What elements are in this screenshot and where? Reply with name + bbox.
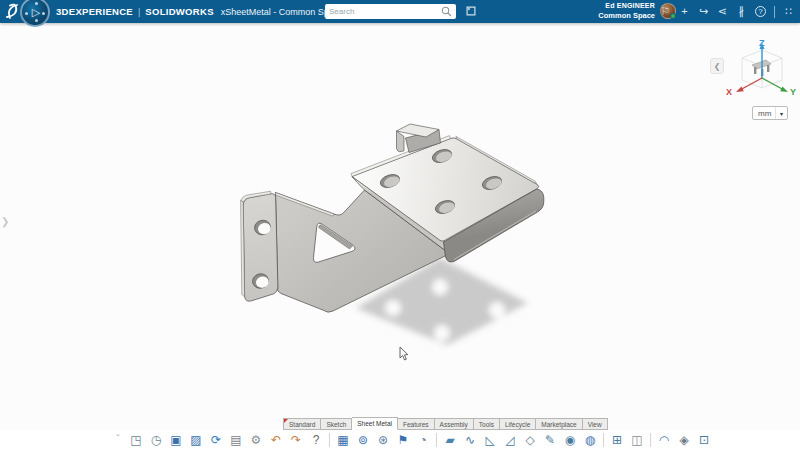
- toolbar: ⌄ ◳◷▣▨⟳▤⚙↶↷?▦⊚⊛⚑◔▰∿◺◿◇✎◉◍⊞◫◠◈⊡: [0, 430, 800, 450]
- search-icon[interactable]: [441, 6, 452, 17]
- header-actions: ⚐+↪⋖∦?∷: [660, 0, 794, 23]
- user-block[interactable]: Ed ENGINEER Common Space: [598, 2, 655, 20]
- properties-icon[interactable]: ▤: [226, 431, 246, 449]
- collaborate-tool-icon[interactable]: ⊚: [353, 431, 373, 449]
- search-bar[interactable]: [325, 4, 456, 19]
- pattern-icon[interactable]: ⊞: [607, 431, 627, 449]
- play-icon: ▷: [32, 7, 40, 18]
- forming-tool-icon[interactable]: ✎: [540, 431, 560, 449]
- revisions-icon[interactable]: ◔: [413, 431, 433, 449]
- publish-icon[interactable]: ⚑: [393, 431, 413, 449]
- toolbar-group-divider: [603, 433, 604, 447]
- user-name: Ed ENGINEER: [598, 2, 655, 11]
- notifications-icon[interactable]: ⚐: [660, 6, 671, 17]
- tab-marketplace[interactable]: Marketplace: [536, 418, 582, 430]
- part-history-icon[interactable]: ◷: [146, 431, 166, 449]
- triad-x-label: X: [726, 87, 732, 97]
- tab-tools[interactable]: Tools: [474, 418, 500, 430]
- tab-sheet-metal[interactable]: Sheet Metal: [352, 417, 398, 430]
- collaborate-icon[interactable]: ⋖: [717, 6, 728, 17]
- assistant-icon[interactable]: ∦: [736, 6, 747, 17]
- view-triad[interactable]: Z X Y: [718, 38, 800, 102]
- unfold-icon[interactable]: ⊡: [694, 431, 714, 449]
- toolbar-group-divider: [329, 433, 330, 447]
- toolbar-items: ◳◷▣▨⟳▤⚙↶↷?▦⊚⊛⚑◔▰∿◺◿◇✎◉◍⊞◫◠◈⊡: [126, 431, 714, 449]
- dassault-logo-icon: [3, 2, 21, 20]
- save-icon[interactable]: ▣: [166, 431, 186, 449]
- triad-y-label: Y: [790, 87, 796, 97]
- units-dropdown[interactable]: mm ▾: [752, 106, 788, 120]
- tab-view[interactable]: View: [583, 418, 608, 430]
- ribbon-tabs: StandardSketchSheet MetalFeaturesAssembl…: [283, 417, 608, 430]
- bom-icon[interactable]: ▦: [333, 431, 353, 449]
- update-icon[interactable]: ⟳: [206, 431, 226, 449]
- flatten-icon[interactable]: ◈: [674, 431, 694, 449]
- tab-assembly[interactable]: Assembly: [435, 418, 474, 430]
- model-viewport[interactable]: [225, 110, 555, 365]
- header-divider: [774, 6, 775, 18]
- hem-icon[interactable]: ◇: [520, 431, 540, 449]
- part-left-flange[interactable]: [241, 191, 278, 301]
- mirror-icon[interactable]: ◫: [627, 431, 647, 449]
- tab-lifecycle[interactable]: Lifecycle: [500, 418, 536, 430]
- save-as-icon[interactable]: ▨: [186, 431, 206, 449]
- tag-icon[interactable]: [464, 4, 478, 18]
- undo-icon[interactable]: ↶: [266, 431, 286, 449]
- settings-icon[interactable]: ⚙: [246, 431, 266, 449]
- brand-solidworks: SOLIDWORKS: [145, 6, 213, 17]
- rolled-icon[interactable]: ◍: [580, 431, 600, 449]
- collapse-panel-right-button[interactable]: ❮: [710, 58, 724, 74]
- units-caret-icon: ▾: [775, 107, 787, 119]
- tab-features[interactable]: Features: [398, 418, 435, 430]
- toolbar-overflow-icon[interactable]: ⌄: [115, 430, 121, 438]
- configuration-icon[interactable]: ⊛: [373, 431, 393, 449]
- base-flange-icon[interactable]: ▰: [440, 431, 460, 449]
- swept-flange-icon[interactable]: ◠: [654, 431, 674, 449]
- tab-sketch[interactable]: Sketch: [321, 418, 352, 430]
- sketched-bend-icon[interactable]: ◿: [500, 431, 520, 449]
- mouse-cursor: [400, 347, 408, 360]
- units-value: mm: [753, 109, 775, 118]
- part-bracket[interactable]: [241, 124, 544, 312]
- toolbar-group-divider: [650, 433, 651, 447]
- fullscreen-icon[interactable]: ∷: [783, 6, 794, 17]
- extruded-cut-icon[interactable]: ◉: [560, 431, 580, 449]
- flange-icon[interactable]: ∿: [460, 431, 480, 449]
- application-window: 3DEXPERIENCE | SOLIDWORKS xSheetMetal - …: [0, 0, 800, 450]
- tab-alert-notch: [284, 419, 288, 423]
- brand-3dexperience: 3DEXPERIENCE: [56, 6, 133, 17]
- share-icon[interactable]: ↪: [698, 6, 709, 17]
- open-part-icon[interactable]: ◳: [126, 431, 146, 449]
- add-icon[interactable]: +: [679, 6, 690, 17]
- top-bar: 3DEXPERIENCE | SOLIDWORKS xSheetMetal - …: [0, 0, 800, 23]
- help-icon[interactable]: ?: [755, 6, 766, 17]
- triad-z-label: Z: [759, 38, 765, 48]
- tab-standard[interactable]: Standard: [283, 418, 321, 430]
- search-input[interactable]: [329, 7, 441, 16]
- help-tool-icon[interactable]: ?: [306, 431, 326, 449]
- edge-flange-icon[interactable]: ◺: [480, 431, 500, 449]
- redo-icon[interactable]: ↷: [286, 431, 306, 449]
- toolbar-group-divider: [436, 433, 437, 447]
- expand-panel-left-icon[interactable]: ❯: [1, 216, 9, 227]
- user-space: Common Space: [598, 11, 655, 20]
- brand-separator: |: [138, 7, 140, 17]
